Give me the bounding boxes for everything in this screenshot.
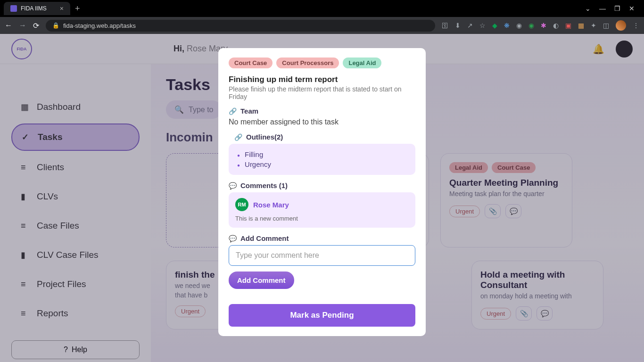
modal-title: Finishing up mid term report (229, 75, 415, 84)
outline-item: Urgency (237, 159, 407, 169)
extensions-icon[interactable]: ✦ (591, 22, 596, 29)
ext-icon[interactable]: ◉ (516, 22, 522, 29)
extension-icons: ⚿ ⬇ ↗ ☆ ◆ ❋ ◉ ◉ ✱ ◐ ▣ ▦ ✦ ◫ ⋮ (442, 20, 639, 31)
chat-icon: 💬 (229, 235, 237, 242)
app-viewport: FIDA Hi, Rose Mary 🔔 ▦Dashboard ✓Tasks ≡… (0, 34, 644, 362)
tag: Legal Aid (343, 58, 381, 68)
menu-icon[interactable]: ⋮ (633, 22, 639, 29)
profile-avatar[interactable] (616, 20, 626, 31)
browser-tab[interactable]: FIDA IIMS × (4, 2, 70, 15)
outline-item: Filling (237, 149, 407, 159)
minimize-icon[interactable]: — (599, 5, 606, 12)
tag: Court Case (229, 58, 272, 68)
browser-chrome: FIDA IIMS × + ⌄ — ❐ ✕ ← → ⟳ 🔒 fida-stagi… (0, 0, 644, 34)
link-icon: 🔗 (234, 133, 242, 141)
tab-strip: FIDA IIMS × + ⌄ — ❐ ✕ (0, 0, 644, 17)
modal-overlay[interactable]: Court Case Court Processors Legal Aid Fi… (0, 34, 644, 362)
add-comment-button[interactable]: Add Comment (229, 272, 294, 289)
reload-button[interactable]: ⟳ (33, 21, 39, 30)
modal-desc: Please finish up the midterm report that… (229, 85, 415, 100)
new-tab-button[interactable]: + (75, 4, 80, 14)
comment-avatar: RM (235, 198, 248, 211)
tag: Court Processors (276, 58, 339, 68)
ext-icon[interactable]: ◉ (528, 22, 534, 29)
chevron-down-icon[interactable]: ⌄ (585, 5, 591, 12)
comment-input[interactable] (229, 245, 415, 266)
mark-pending-button[interactable]: Mark as Pending (229, 304, 415, 327)
add-comment-label: Add Comment (240, 234, 289, 242)
download-icon[interactable]: ⬇ (455, 22, 461, 29)
outlines-box: Filling Urgency (229, 144, 415, 175)
close-tab-icon[interactable]: × (60, 5, 64, 12)
link-icon: 🔗 (229, 107, 237, 115)
ext-icon[interactable]: ✱ (541, 22, 546, 29)
chat-icon: 💬 (229, 182, 237, 189)
ext-icon[interactable]: ❋ (504, 22, 510, 29)
close-window-icon[interactable]: ✕ (629, 5, 635, 12)
ext-icon[interactable]: ▦ (578, 22, 584, 29)
maximize-icon[interactable]: ❐ (614, 5, 620, 12)
panel-icon[interactable]: ◫ (603, 22, 609, 29)
address-bar[interactable]: 🔒 fida-staging.web.app/tasks (46, 20, 435, 32)
lock-icon: 🔒 (52, 22, 59, 29)
comment-text: This is a new comment (235, 215, 409, 222)
ext-icon[interactable]: ◐ (553, 22, 559, 29)
team-body: No member assigned to this task (229, 118, 415, 126)
key-icon[interactable]: ⚿ (442, 22, 448, 29)
back-button[interactable]: ← (5, 21, 12, 30)
team-label: Team (240, 107, 258, 115)
comment-author: Rose Mary (253, 201, 289, 209)
favicon-icon (10, 5, 17, 12)
comment-item: RM Rose Mary This is a new comment (229, 192, 415, 228)
task-modal: Court Case Court Processors Legal Aid Fi… (218, 48, 426, 336)
url-text: fida-staging.web.app/tasks (63, 22, 136, 29)
share-icon[interactable]: ↗ (467, 22, 473, 29)
window-controls: ⌄ — ❐ ✕ (585, 5, 640, 12)
browser-toolbar: ← → ⟳ 🔒 fida-staging.web.app/tasks ⚿ ⬇ ↗… (0, 17, 644, 34)
star-icon[interactable]: ☆ (479, 22, 486, 29)
forward-button[interactable]: → (19, 21, 26, 30)
tab-title: FIDA IIMS (21, 5, 47, 12)
ext-icon[interactable]: ▣ (565, 22, 571, 29)
shield-icon[interactable]: ◆ (492, 22, 497, 29)
outlines-label: Outlines(2) (246, 133, 283, 141)
comments-label: Comments (1) (240, 181, 288, 189)
